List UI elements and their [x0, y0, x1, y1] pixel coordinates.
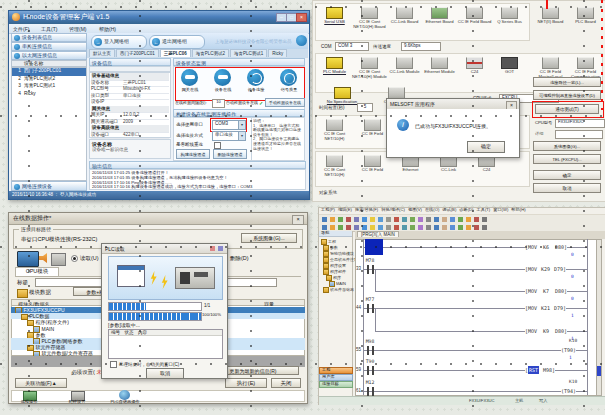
mode-select-combo[interactable]: 串口连接▾: [212, 131, 246, 141]
contact-icon[interactable]: [372, 265, 374, 274]
sidebar-section-serial[interactable]: 串口连接信息: [11, 42, 87, 51]
contact-icon[interactable]: [367, 265, 369, 274]
interval-input[interactable]: 10: [212, 99, 225, 108]
device-row[interactable]: 1西门子200PLC01: [12, 68, 86, 76]
nav-footer-connection[interactable]: 连接目标: [319, 381, 353, 388]
ladder-cursor[interactable]: [365, 239, 383, 255]
module-got[interactable]: GOT: [492, 57, 527, 75]
cancel-button[interactable]: 取消: [533, 183, 601, 193]
instruction-rst[interactable]: RSTM98: [525, 366, 555, 374]
auto-detect-check-icon[interactable]: ✓: [259, 100, 263, 106]
close-button[interactable]: ×: [296, 13, 307, 22]
nav-footer-user-library[interactable]: 用户库: [319, 374, 353, 381]
tab-haiqing-test1[interactable]: 海青PLC测试1: [230, 49, 267, 57]
module-ccie-cont-module[interactable]: CC IE Cont NET/10(H) Module: [352, 57, 387, 80]
module-ethernet-module[interactable]: Ethernet Module: [422, 57, 457, 75]
menu-window[interactable]: 窗口(W): [493, 207, 508, 212]
user-icon[interactable]: [296, 35, 307, 46]
speed-value-field[interactable]: 9.6Kbps: [401, 42, 441, 51]
contact-icon[interactable]: [367, 304, 369, 313]
route-ccie-field[interactable]: CC IE Field: [355, 119, 390, 137]
related-functions-button[interactable]: 关联功能(F)▲: [15, 378, 67, 388]
manual-detect-button[interactable]: 手动检测设备在线: [265, 98, 305, 107]
module-ethernet-board[interactable]: Ethernet Board: [422, 7, 457, 25]
device-row[interactable]: 3海青PLC测试1: [12, 83, 86, 91]
module-data-icon[interactable]: [17, 289, 28, 298]
contact-icon[interactable]: [372, 304, 374, 313]
module-q-series-bus[interactable]: Q Series Bus: [492, 7, 527, 25]
hinode-titlebar[interactable]: Hinode设备管理客户端 v1.5 – □ ×: [9, 11, 309, 24]
device-row[interactable]: 4Ricky: [12, 91, 86, 99]
sidebar-footer-network-devices[interactable]: 网络连接设备: [11, 181, 87, 191]
com-value-field[interactable]: COM 3: [335, 42, 369, 51]
coex-ccie-cont[interactable]: CC IE Cont NET/10(H): [317, 155, 352, 178]
tab-haiqing-test2[interactable]: 海青PLC测试2: [192, 49, 229, 57]
delete-channel-button[interactable]: 删除连接通道: [213, 149, 247, 159]
melsoft-ok-button[interactable]: 确定: [467, 141, 505, 153]
menu-tools[interactable]: 工具(T): [41, 26, 57, 32]
module-ccie-cont-board[interactable]: CC IE Cont NET/10(H) Board: [352, 7, 387, 30]
close-dialog-button[interactable]: 关闭: [271, 378, 301, 388]
property-row[interactable]: 设备端口422串口: [91, 132, 169, 140]
menu-debug[interactable]: 调试(B): [442, 207, 456, 212]
communication-test-button[interactable]: 通信测试(T): [535, 104, 599, 114]
tab-prg-main[interactable]: [PRG]写入 MAIN: [357, 231, 399, 237]
sidebar-section-ethernet[interactable]: 以太网连接信息: [11, 51, 87, 60]
direct-connection-setting-button[interactable]: 可编程控制器直接连接设置(D): [533, 90, 601, 100]
menu-online[interactable]: 在线(O): [425, 207, 439, 212]
reconnect-checkbox[interactable]: [214, 142, 221, 149]
coil[interactable]: T90: [561, 346, 576, 354]
contact-icon[interactable]: [367, 366, 369, 375]
instruction-mov[interactable]: MOVK7D80: [525, 287, 567, 295]
module-plc-board[interactable]: PLC Board: [568, 7, 603, 25]
module-cclink-module[interactable]: CC-Link Module: [387, 57, 422, 75]
coil[interactable]: T94: [561, 387, 576, 395]
ladder-canvas[interactable]: [355, 239, 601, 396]
cancel-read-button[interactable]: 取消: [146, 368, 184, 379]
menu-help[interactable]: 帮助(H): [511, 207, 525, 212]
close-icon[interactable]: ×: [292, 215, 304, 225]
menu-view[interactable]: 视图(V): [408, 207, 422, 212]
nav-device-memory[interactable]: 软元件存储器: [323, 287, 354, 293]
tab-mitsubishi-plc06[interactable]: 三菱PLC06: [160, 49, 191, 57]
result-list[interactable]: 编号 状态 内容: [108, 329, 223, 359]
execute-button[interactable]: 执行(E): [225, 378, 267, 388]
menu-help[interactable]: 帮助(H): [99, 26, 116, 32]
route-ccie-cont[interactable]: CC IE Cont NET/10(H): [317, 119, 352, 142]
menu-tools[interactable]: 工具(T): [477, 207, 491, 212]
radio-read[interactable]: 读取(U): [71, 255, 99, 262]
ok-button[interactable]: 确定: [533, 170, 601, 180]
system-image-button[interactable]: 系统图像(G)...: [241, 233, 297, 243]
instruction-mov[interactable]: MOVK9D80: [525, 327, 567, 335]
contact-icon[interactable]: [372, 387, 374, 396]
module-serial-usb[interactable]: Serial USB: [317, 7, 352, 25]
device-row[interactable]: 2海青PLC测试2: [12, 76, 86, 84]
contact-icon[interactable]: [372, 346, 374, 355]
instruction-mov[interactable]: MOVK21D79: [525, 304, 566, 312]
menu-manage[interactable]: 管理(M): [69, 26, 87, 32]
contact-icon[interactable]: [367, 387, 369, 396]
coex-ccie-field[interactable]: CC IE Field: [355, 155, 390, 173]
module-net2-board[interactable]: NET(II) Board: [533, 7, 568, 25]
tab-home[interactable]: 默认主页: [89, 49, 115, 57]
menu-diagnostics[interactable]: 诊断(D): [459, 207, 473, 212]
logout-network-button[interactable]: ←退出网络组: [149, 35, 205, 49]
online-op-titlebar[interactable]: 在线数据操作* ×: [9, 213, 307, 225]
output-log[interactable]: 2016/11/03 17:01:25 设备连接通道打开！ 2016/11/03…: [89, 169, 306, 190]
system-image-button[interactable]: 系统图像(G)...: [533, 141, 601, 151]
menu-convert[interactable]: 转换/编译(C): [381, 207, 405, 212]
contact-icon[interactable]: [372, 366, 374, 375]
menu-search[interactable]: 搜索/替换(F): [355, 207, 378, 212]
connection-path-list-button[interactable]: 连接路径一览(L)...: [533, 77, 601, 87]
auto-close-option[interactable]: 处理结束时，自动关闭窗口(C): [110, 361, 179, 368]
module-plc-module[interactable]: PLC Module: [317, 57, 352, 75]
plc-read-titlebar[interactable]: PLC读取: [102, 244, 227, 254]
com-select-combo[interactable]: COM3▾: [212, 120, 246, 130]
menu-file[interactable]: 文件(F): [13, 26, 29, 32]
module-c24[interactable]: C24: [457, 57, 492, 75]
contact-icon[interactable]: [367, 346, 369, 355]
module-ccie-field-board[interactable]: CC IE Field Board: [457, 7, 492, 25]
tel-fxcpu-button[interactable]: TEL (FXCPU)...: [533, 154, 601, 164]
module-cclink-board[interactable]: CC-Link Board: [387, 7, 422, 25]
instruction-mov[interactable]: MOVK6D80: [525, 243, 567, 251]
